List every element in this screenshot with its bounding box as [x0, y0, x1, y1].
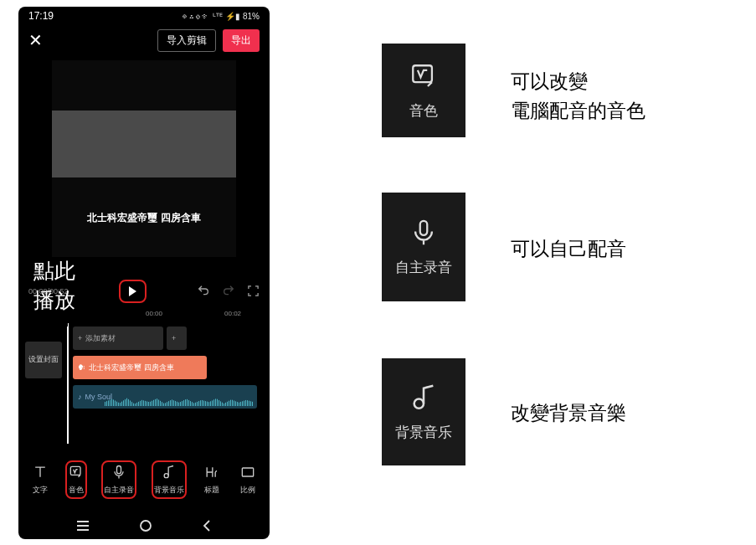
ruler-tick: 00:02 [224, 310, 241, 323]
video-preview: 北士科宏盛帝璽 四房含車 [18, 55, 270, 273]
app-top-bar: ✕ 导入剪辑 导出 [18, 25, 270, 55]
svg-rect-1 [117, 466, 121, 474]
nav-recents[interactable] [75, 520, 90, 535]
set-cover-button[interactable]: 设置封面 [25, 342, 62, 378]
add-clip-track[interactable]: + 添加素材 [73, 326, 163, 350]
voice-track-label: 北士科宏盛帝璽 四房含車 [89, 362, 174, 373]
microphone-icon [409, 218, 439, 248]
timecode: 00:00/00:52 [28, 287, 69, 296]
card-record-label: 自主录音 [395, 258, 452, 277]
voice-tone-icon [409, 61, 439, 91]
heading-icon [203, 464, 220, 481]
tool-ratio[interactable]: 比例 [237, 460, 259, 499]
voice-track-icon: 🗣 [78, 363, 85, 372]
nav-back[interactable] [201, 518, 213, 537]
music-track-clip[interactable]: ♪ My Soul [73, 385, 257, 409]
add-clip-extra[interactable]: + [167, 326, 187, 350]
export-button[interactable]: 导出 [223, 29, 260, 52]
tool-voice-tone[interactable]: 音色 [65, 460, 87, 499]
bottom-toolbar: 文字 音色 自主录音 背景音乐 标题 比例 [18, 447, 270, 516]
voice-track-clip[interactable]: 🗣 北士科宏盛帝璽 四房含車 [73, 356, 207, 379]
card-bgm: 背景音乐 [382, 358, 465, 465]
android-nav-bar [18, 516, 270, 539]
add-clip-label: 添加素材 [85, 333, 116, 344]
preview-caption-area: 北士科宏盛帝璽 四房含車 [52, 177, 236, 257]
aspect-ratio-icon [239, 464, 256, 481]
import-edit-button[interactable]: 导入剪辑 [157, 29, 216, 52]
card-self-record: 自主录音 [382, 193, 465, 301]
plus-icon: + [78, 334, 82, 342]
fullscreen-button[interactable] [247, 285, 260, 299]
timeline[interactable]: 设置封面 + 添加素材 + 🗣 北士科宏盛帝璽 四房含車 ♪ My Soul [18, 323, 270, 447]
preview-letterbox-top [52, 60, 236, 111]
status-time: 17:19 [28, 10, 54, 22]
tracks-container: + 添加素材 + 🗣 北士科宏盛帝璽 四房含車 ♪ My Soul [67, 326, 270, 444]
close-button[interactable]: ✕ [28, 30, 49, 50]
card-voice-tone: 音色 [382, 44, 465, 137]
voice-tone-icon [68, 464, 85, 481]
phone-screenshot: 17:19 ◎ ⁂ ⊘ ᯤ ᴸᵀᴱ ⚡▮ 81% ✕ 导入剪辑 导出 北士科宏盛… [18, 7, 270, 539]
playhead[interactable] [68, 323, 69, 444]
text-icon [32, 464, 49, 481]
music-note-icon: ♪ [78, 393, 82, 401]
preview-caption-text: 北士科宏盛帝璽 四房含車 [87, 210, 200, 225]
tool-self-record[interactable]: 自主录音 [101, 460, 136, 499]
tool-title[interactable]: 标题 [201, 460, 223, 499]
timeline-ruler: 00:00 00:02 [18, 310, 270, 323]
music-icon [161, 464, 177, 481]
play-button[interactable] [119, 280, 147, 303]
play-icon [129, 286, 136, 296]
card-bgm-label: 背景音乐 [395, 423, 452, 442]
ruler-tick: 00:00 [146, 310, 162, 323]
preview-frame [52, 111, 236, 177]
svg-point-2 [164, 474, 168, 478]
tool-text[interactable]: 文字 [29, 460, 51, 499]
desc-self-record: 可以自己配音 [511, 234, 626, 264]
plus-icon: + [172, 334, 176, 342]
svg-rect-9 [420, 220, 428, 234]
undo-button[interactable] [197, 284, 210, 299]
status-bar: 17:19 ◎ ⁂ ⊘ ᯤ ᴸᵀᴱ ⚡▮ 81% [18, 7, 270, 25]
playback-controls: 00:00/00:52 [18, 273, 270, 310]
svg-point-10 [414, 398, 424, 408]
microphone-icon [111, 464, 127, 481]
music-track-label: My Soul [85, 393, 113, 401]
nav-home[interactable] [138, 518, 153, 537]
desc-bgm: 改變背景音樂 [511, 398, 626, 428]
status-icons: ◎ ⁂ ⊘ ᯤ ᴸᵀᴱ ⚡▮ 81% [183, 12, 260, 21]
card-voice-label: 音色 [409, 101, 438, 121]
redo-button[interactable] [222, 284, 235, 299]
waveform [105, 396, 254, 406]
svg-rect-3 [243, 468, 254, 476]
svg-point-7 [141, 521, 151, 531]
desc-voice-tone: 可以改變 電腦配音的音色 [511, 67, 645, 125]
tool-bgm[interactable]: 背景音乐 [152, 460, 187, 499]
music-icon [409, 383, 439, 413]
